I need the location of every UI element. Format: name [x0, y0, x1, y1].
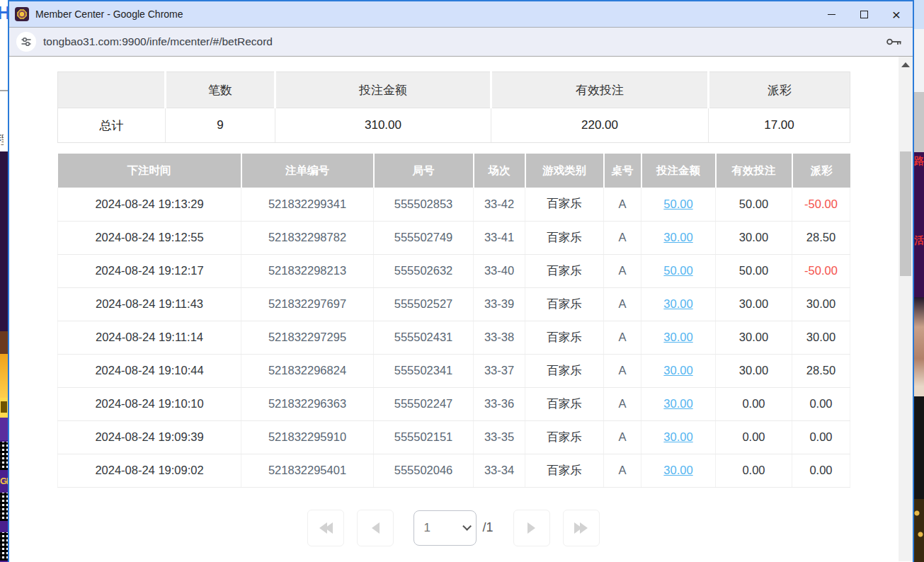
cell-bet_amount: 50.00	[641, 188, 716, 221]
summary-header-valid-bet: 有效投注	[491, 72, 709, 108]
summary-header-blank	[58, 72, 166, 108]
cell-valid_bet: 30.00	[716, 287, 792, 321]
cell-valid_bet: 50.00	[716, 254, 792, 287]
next-page-button[interactable]	[513, 510, 550, 546]
background-banner	[0, 354, 8, 398]
cell-session: 33-34	[474, 454, 525, 487]
cell-bet_amount: 50.00	[641, 254, 716, 287]
cell-time: 2024-08-24 19:09:39	[58, 420, 241, 454]
cell-valid_bet: 30.00	[716, 221, 792, 254]
previous-page-button[interactable]	[357, 510, 394, 546]
scrollbar-thumb[interactable]	[900, 151, 911, 276]
cell-time: 2024-08-24 19:12:55	[58, 221, 241, 254]
password-key-button[interactable]	[886, 36, 903, 47]
maximize-button[interactable]	[848, 1, 880, 27]
page-total-label: /1	[482, 520, 493, 535]
background-banner	[914, 0, 924, 29]
qr-code-fragment	[0, 532, 8, 561]
summary-header-row: 笔数 投注金额 有效投注 派彩	[58, 72, 850, 108]
header-game-type: 游戏类别	[525, 154, 604, 188]
qr-code-fragment	[0, 442, 8, 470]
cell-payout: -50.00	[792, 254, 850, 287]
cell-payout: 0.00	[792, 387, 850, 420]
cell-bet_no: 521832295401	[241, 454, 374, 487]
cell-bet_no: 521832297697	[241, 287, 374, 321]
bet-record-row: 2024-08-24 19:12:17521832298213555502632…	[58, 254, 850, 287]
summary-table: 笔数 投注金额 有效投注 派彩 总计 9 310.00 220.00 17.00	[57, 71, 850, 143]
cell-payout: 0.00	[792, 420, 850, 454]
minimize-button[interactable]	[815, 1, 848, 27]
bet-record-row: 2024-08-24 19:10:10521832296363555502247…	[58, 387, 850, 420]
bet-amount-link[interactable]: 30.00	[663, 297, 692, 310]
bet-record-row: 2024-08-24 19:13:29521832299341555502853…	[58, 188, 850, 221]
cell-round_no: 555502431	[374, 321, 474, 354]
background-banner	[0, 398, 8, 418]
background-banner	[914, 29, 924, 92]
summary-total-row: 总计 9 310.00 220.00 17.00	[58, 108, 850, 143]
cell-bet_no: 521832296824	[241, 354, 374, 387]
background-page-right: 路 活	[914, 0, 924, 562]
cell-bet_amount: 30.00	[641, 221, 716, 254]
cell-table_no: A	[604, 221, 641, 254]
cell-table_no: A	[604, 354, 641, 387]
bet-amount-link[interactable]: 30.00	[663, 430, 692, 443]
cell-session: 33-40	[474, 254, 525, 287]
background-text-fragment: GF	[0, 476, 8, 486]
bet-amount-link[interactable]: 30.00	[663, 231, 692, 243]
bet-amount-link[interactable]: 30.00	[663, 331, 692, 343]
left-arrow-icon	[372, 522, 380, 534]
site-info-button[interactable]	[16, 32, 36, 52]
bet-amount-link[interactable]: 30.00	[663, 364, 692, 377]
cell-round_no: 555502046	[374, 454, 474, 487]
background-page-left: H 程 GF	[0, 0, 8, 562]
cell-table_no: A	[604, 188, 641, 221]
background-divider	[0, 90, 8, 91]
cell-payout: -50.00	[792, 188, 850, 221]
bet-amount-link[interactable]: 30.00	[663, 397, 692, 410]
cell-bet_amount: 30.00	[641, 420, 716, 454]
bet-amount-link[interactable]: 30.00	[663, 464, 692, 476]
close-button[interactable]: ×	[880, 1, 913, 27]
header-table-number: 桌号	[604, 154, 641, 188]
background-qr-strip: GF	[0, 440, 8, 562]
cell-bet_amount: 30.00	[641, 287, 716, 321]
page-content: 笔数 投注金额 有效投注 派彩 总计 9 310.00 220.00 17.00	[9, 57, 913, 561]
cell-valid_bet: 50.00	[716, 188, 792, 221]
bet-records-table: 下注时间 注单编号 局号 场次 游戏类别 桌号 投注金额 有效投注 派彩 202…	[57, 154, 850, 488]
cell-bet_no: 521832295910	[241, 420, 374, 454]
background-text-fragment: 路	[914, 155, 924, 168]
url-bar[interactable]: tongbao31.com:9900/infe/mcenter/#/betRec…	[9, 28, 913, 57]
cell-bet_amount: 30.00	[641, 454, 716, 487]
cell-session: 33-42	[474, 188, 525, 221]
cell-time: 2024-08-24 19:10:44	[58, 354, 241, 387]
bet-record-row: 2024-08-24 19:12:55521832298782555502749…	[58, 221, 850, 254]
page-select[interactable]: 1	[413, 510, 477, 546]
background-text-fragment: 活	[914, 234, 924, 247]
cell-game: 百家乐	[525, 321, 604, 354]
maximize-icon	[860, 11, 868, 18]
cell-payout: 30.00	[792, 321, 850, 354]
background-text-fragment: 程	[0, 132, 4, 150]
last-page-button[interactable]	[563, 510, 600, 546]
cell-time: 2024-08-24 19:13:29	[58, 188, 241, 221]
bet-amount-link[interactable]: 50.00	[663, 197, 692, 210]
url-text[interactable]: tongbao31.com:9900/infe/mcenter/#/betRec…	[43, 35, 886, 48]
cell-bet_amount: 30.00	[641, 354, 716, 387]
background-banner: 路 活	[914, 152, 924, 297]
cell-round_no: 555502853	[374, 188, 474, 221]
window-controls: ×	[815, 1, 913, 27]
first-page-button[interactable]	[307, 510, 344, 546]
bet-amount-link[interactable]: 50.00	[663, 264, 692, 277]
cell-payout: 30.00	[792, 287, 850, 321]
scroll-up-arrow-icon[interactable]	[901, 62, 910, 67]
cell-round_no: 555502151	[374, 420, 474, 454]
cell-time: 2024-08-24 19:10:10	[58, 387, 241, 420]
cell-valid_bet: 30.00	[716, 354, 792, 387]
bet-record-row: 2024-08-24 19:09:02521832295401555502046…	[58, 454, 850, 487]
screen: H 程 GF 路 活 Member Center - Google Chro	[0, 0, 924, 562]
minimize-icon	[828, 14, 835, 15]
background-text-fragment: H	[0, 3, 5, 24]
content-scrollbar[interactable]	[899, 57, 913, 561]
background-photo-fragment	[914, 297, 924, 396]
bet-table-header-row: 下注时间 注单编号 局号 场次 游戏类别 桌号 投注金额 有效投注 派彩	[58, 154, 850, 188]
